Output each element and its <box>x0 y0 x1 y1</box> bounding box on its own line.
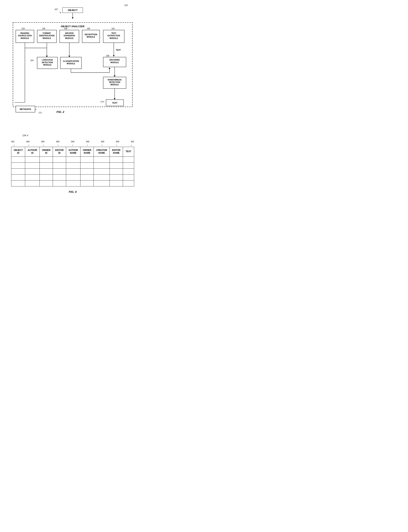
col-ref-300-6: 300 <box>101 140 104 143</box>
col-ref-300-2: 300 <box>41 140 44 143</box>
ref-107: 107 <box>55 8 58 10</box>
ref-174: 174 <box>100 101 104 103</box>
table-row <box>11 174 134 180</box>
data-table: OBJECTID AUTHORID OWNERID EDITORID AUTHO… <box>11 147 134 186</box>
module-format: FORMAT <box>43 32 51 34</box>
col-refs-row: 301 300 300 300 300 300 300 300 302 <box>11 140 134 143</box>
svg-marker-18 <box>113 55 115 57</box>
svg-text:MODULE: MODULE <box>43 37 51 39</box>
col-ref-300-4: 300 <box>71 140 74 143</box>
module-archive: ARCHIVE <box>65 32 74 34</box>
col-ref-302: 302 <box>131 140 134 143</box>
module-reading: READING <box>20 32 29 34</box>
col-ref-300-5: 300 <box>86 140 89 143</box>
svg-text:DETECTION: DETECTION <box>42 61 53 64</box>
fig2-diagram: 107 ↘ OBJECT 120 OBJECT ANALYZER 154 156… <box>11 8 134 123</box>
col-header-text: TEXT <box>123 147 134 156</box>
col-ref-300-3: 300 <box>56 140 60 143</box>
col-header-owner-id: OWNERID <box>40 147 53 156</box>
svg-marker-47 <box>114 98 116 100</box>
svg-marker-36 <box>109 68 110 69</box>
svg-text:MODULE: MODULE <box>67 63 75 65</box>
svg-text:IDENTIFICATION: IDENTIFICATION <box>39 35 54 37</box>
table-row <box>11 162 134 169</box>
module-text-extraction: TEXT <box>111 32 116 34</box>
col-header-author-id: AUTHORID <box>25 147 40 156</box>
svg-text:MODULE: MODULE <box>110 84 119 86</box>
fig2-svg: OBJECT ANALYZER 154 156 158 160 162 READ… <box>11 13 134 122</box>
col-ref-300-1: 300 <box>26 140 29 143</box>
svg-text:MODULE: MODULE <box>43 64 51 66</box>
svg-text:EXPANSION: EXPANSION <box>64 35 75 37</box>
ref-120: 120 <box>124 4 128 6</box>
svg-text:MODULE: MODULE <box>87 36 95 38</box>
svg-text:EXTRACTION: EXTRACTION <box>108 35 120 37</box>
module-randomness: RANDOMNESS <box>108 79 122 81</box>
svg-marker-41 <box>114 76 116 77</box>
svg-text:↙: ↙ <box>35 108 37 110</box>
col-header-editor-name: EDITORNAME <box>110 147 123 156</box>
svg-text:MODULE: MODULE <box>65 37 74 39</box>
ref-172: 172 <box>38 112 42 114</box>
module-encoding: ENCODING <box>109 59 120 61</box>
fig2-caption: FIG. 2 <box>56 110 64 113</box>
table-row <box>11 156 134 162</box>
col-header-author-name: AUTHORNAME <box>66 147 80 156</box>
col-header-editor-id: EDITORID <box>53 147 66 156</box>
module-classification: CLASSIFICATION <box>63 60 79 62</box>
col-ref-301: 301 <box>11 140 15 143</box>
table-row <box>11 169 134 174</box>
ref-168: 168 <box>106 55 109 57</box>
table-row <box>11 180 134 186</box>
ref-164: 164 <box>30 59 34 61</box>
svg-text:DETECTION: DETECTION <box>109 81 120 83</box>
object-box: OBJECT <box>62 8 83 13</box>
fig4-diagram: 124 ↙ 301 300 300 300 300 300 300 300 30… <box>11 134 134 193</box>
col-ref-300-7: 300 <box>116 140 119 143</box>
svg-marker-23 <box>46 56 48 57</box>
module-decryption: DECRYPTION <box>85 34 97 36</box>
svg-text:MODULE: MODULE <box>110 61 119 64</box>
ref-160: 160 <box>87 28 90 30</box>
text-output-box: TEXT <box>112 102 118 104</box>
col-header-owner-name: OWNERNAME <box>80 147 94 156</box>
ref-162: 162 <box>111 28 115 30</box>
fig4-caption: FIG. 4 <box>11 190 134 193</box>
col-arrows-row: ↓ ↓ ↓ ↓ ↓ ↓ ↓ ↓ ↓ <box>11 144 134 146</box>
text-arrow-label: TEXT <box>116 49 121 51</box>
col-header-object-id: OBJECTID <box>11 147 25 156</box>
svg-text:SOURCE DATA: SOURCE DATA <box>18 35 32 37</box>
ref-124: 124 <box>22 134 26 137</box>
ref-156: 156 <box>42 28 45 30</box>
svg-marker-2 <box>72 17 73 19</box>
ref-158: 158 <box>64 28 68 30</box>
svg-text:MODULE: MODULE <box>21 37 29 39</box>
svg-text:←: ← <box>103 101 105 103</box>
svg-text:MODULE: MODULE <box>110 37 118 39</box>
svg-marker-25 <box>68 56 70 57</box>
module-language: LANGUAGE <box>42 59 53 61</box>
col-header-creator-name: CREATORNAME <box>94 147 110 156</box>
metadata-box: METADATA <box>20 108 31 110</box>
ref-154: 154 <box>21 28 25 30</box>
